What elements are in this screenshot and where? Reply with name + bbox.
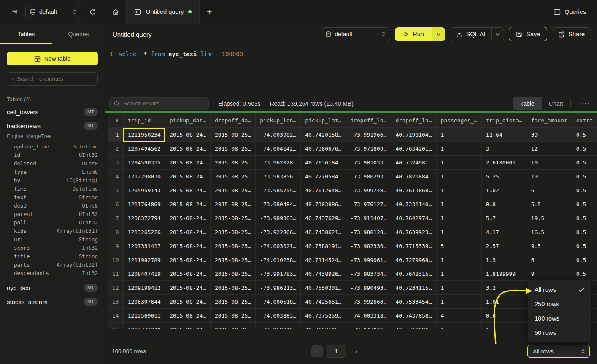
- cell[interactable]: 2015-08-24…: [165, 142, 210, 156]
- cell[interactable]: 1208407419: [123, 267, 165, 281]
- cell[interactable]: 1: [436, 170, 481, 183]
- cell[interactable]: 2015-08-24…: [165, 267, 210, 281]
- cell[interactable]: -73.980293…: [346, 170, 391, 183]
- row-number[interactable]: 7: [108, 211, 124, 225]
- cell[interactable]: -74.010238…: [256, 253, 301, 267]
- cell[interactable]: 2015-08-25…: [211, 239, 256, 253]
- results-search-input[interactable]: [123, 100, 204, 107]
- column-header[interactable]: fare_amount: [527, 113, 572, 128]
- column-row[interactable]: urlString: [0, 235, 105, 244]
- cell[interactable]: 0.5: [572, 183, 597, 197]
- cell[interactable]: 1206372794: [123, 211, 165, 225]
- cell[interactable]: 0.8: [481, 197, 527, 211]
- run-options-button[interactable]: [432, 27, 445, 41]
- cell[interactable]: 40.7533454…: [391, 295, 436, 309]
- page-size-option[interactable]: All rows: [528, 283, 591, 297]
- cell[interactable]: 1211982789: [123, 253, 165, 267]
- column-header[interactable]: pickup_lon…: [256, 113, 301, 128]
- cell[interactable]: 1211764869: [123, 197, 165, 211]
- cell[interactable]: -73.991783…: [256, 267, 301, 281]
- cell[interactable]: 40.7279968…: [391, 253, 436, 267]
- cell[interactable]: 1.3: [481, 253, 527, 267]
- cell[interactable]: 40.7648315…: [391, 267, 436, 281]
- cell[interactable]: 1212298030: [123, 170, 165, 183]
- sidebar-item-hackernews[interactable]: hackernews MT: [0, 119, 105, 133]
- cell[interactable]: 1206307644: [123, 295, 165, 309]
- cell[interactable]: 40.7380676…: [301, 142, 346, 156]
- cell[interactable]: 10: [527, 156, 572, 170]
- cell[interactable]: -73.947036…: [346, 323, 391, 330]
- cell[interactable]: 40.7114524…: [301, 253, 346, 267]
- view-tab-chart[interactable]: Chart: [542, 97, 570, 110]
- cell[interactable]: 1207494562: [123, 142, 165, 156]
- cell[interactable]: 5.7: [481, 211, 527, 225]
- sidebar-tab-tables[interactable]: Tables: [0, 24, 52, 44]
- cell[interactable]: 40.7438926…: [301, 267, 346, 281]
- cell[interactable]: 40.7612648…: [301, 183, 346, 197]
- cell[interactable]: 40.7324981…: [391, 156, 436, 170]
- share-button[interactable]: Share: [552, 27, 591, 41]
- row-number[interactable]: 3: [108, 156, 124, 170]
- cell[interactable]: 9: [527, 267, 572, 281]
- cell[interactable]: 1.7: [481, 323, 527, 330]
- column-header[interactable]: pickup_dat…: [165, 113, 210, 128]
- cell[interactable]: 40.7642974…: [391, 211, 436, 225]
- cell[interactable]: 2015-08-24…: [165, 281, 210, 295]
- cell[interactable]: 12: [527, 142, 572, 156]
- tab-untitled-query[interactable]: Untitled query: [126, 0, 200, 24]
- cell[interactable]: 40.7198104…: [391, 128, 436, 142]
- cell[interactable]: 0.5: [572, 225, 597, 239]
- cell[interactable]: 1209199412: [123, 281, 165, 295]
- cell[interactable]: 2015-08-25…: [211, 267, 256, 281]
- cell[interactable]: 0.5: [572, 170, 597, 183]
- cell[interactable]: 1: [436, 295, 481, 309]
- column-header[interactable]: passenger_…: [436, 113, 481, 128]
- cell[interactable]: 1: [436, 323, 481, 330]
- cell[interactable]: 0.5: [572, 197, 597, 211]
- cell[interactable]: -73.988128…: [346, 225, 391, 239]
- cell[interactable]: 2015-08-24…: [165, 239, 210, 253]
- page-size-option[interactable]: 100 rows: [528, 311, 591, 326]
- cell[interactable]: -74.003982…: [256, 128, 301, 142]
- column-header[interactable]: dropoff_da…: [211, 113, 256, 128]
- sql-ai-button[interactable]: SQL AI: [450, 28, 491, 41]
- collapse-sidebar-button[interactable]: [8, 6, 20, 18]
- cell[interactable]: -73.991966…: [346, 128, 391, 142]
- page-size-option[interactable]: 50 rows: [528, 326, 591, 340]
- column-header[interactable]: dropoff_la…: [391, 113, 436, 128]
- cell[interactable]: -74.004142…: [256, 142, 301, 156]
- cell[interactable]: 40.7821884…: [391, 170, 436, 183]
- page-size-selector[interactable]: All rows: [527, 345, 590, 358]
- cell[interactable]: 1: [436, 253, 481, 267]
- cell[interactable]: 2015-08-25…: [211, 211, 256, 225]
- cell[interactable]: 1.8199999: [481, 267, 527, 281]
- cell[interactable]: 2015-08-25…: [211, 281, 256, 295]
- cell[interactable]: 40.7388191…: [301, 239, 346, 253]
- cell[interactable]: 40.7231140…: [391, 197, 436, 211]
- refresh-button[interactable]: [86, 6, 98, 18]
- cell[interactable]: 1: [436, 183, 481, 197]
- row-number[interactable]: 2: [108, 142, 124, 156]
- run-button[interactable]: Run: [395, 27, 432, 41]
- cell[interactable]: 5.5: [527, 197, 572, 211]
- cell[interactable]: 40.7550201…: [301, 281, 346, 295]
- row-number[interactable]: 10: [108, 253, 124, 267]
- row-number[interactable]: 9: [108, 239, 124, 253]
- row-number[interactable]: 5: [108, 183, 124, 197]
- cell[interactable]: 2015-08-25…: [211, 253, 256, 267]
- column-header[interactable]: dropoff_lo…: [346, 113, 391, 128]
- cell[interactable]: 0.5: [572, 267, 597, 281]
- cell[interactable]: 1.02: [481, 183, 527, 197]
- cell[interactable]: 1.01: [481, 295, 527, 309]
- row-number[interactable]: 15: [108, 323, 124, 330]
- cell[interactable]: 4.17: [481, 225, 527, 239]
- column-row[interactable]: textString: [0, 193, 105, 202]
- view-tab-table[interactable]: Table: [513, 97, 541, 110]
- cell[interactable]: 2015-08-24…: [165, 197, 210, 211]
- cell[interactable]: 1: [436, 156, 481, 170]
- cell[interactable]: 40.7715339…: [391, 239, 436, 253]
- column-row[interactable]: titleString: [0, 252, 105, 261]
- next-page-button[interactable]: ›: [355, 348, 357, 355]
- cell[interactable]: 40.7234115…: [391, 281, 436, 295]
- cell[interactable]: 40.7613868…: [391, 183, 436, 197]
